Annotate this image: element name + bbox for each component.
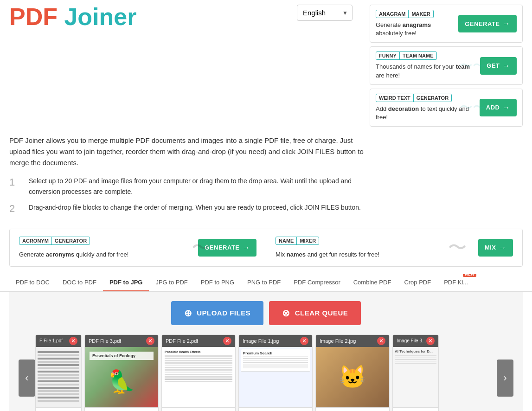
file-card-2-close-button[interactable]: ✕ [223,337,231,345]
file-card-4-close-button[interactable]: ✕ [377,337,385,345]
carousel-prev-button[interactable]: ‹ [19,360,35,397]
pdf-line [38,354,79,356]
tab-pdf-to-png[interactable]: PDF to PNG [194,274,241,291]
banner-ad-name-mixer: NAME MIXER Mix names and get fun results… [266,229,522,266]
pdf-line [38,397,79,398]
file-card-4-header: Image File 2.jpg ✕ [316,335,389,347]
arrow-icon: → [503,103,511,112]
language-selector-container: English Deutsch Español Français Русский… [297,5,353,21]
ad-funny-team-tag: FUNNY TEAM NAME [376,51,437,60]
upload-area: ⊕ UPLOAD FILES ⊗ CLEAR QUEUE ‹ F File 1.… [9,292,523,411]
pdf-line [38,361,79,363]
file-card-1-preview: Essentials of Ecology 🦜 [85,347,158,407]
ad-weird-text-tag: WEIRD TEXT GENERATOR [376,94,452,102]
ad-anagram-tag-part2: MAKER [408,10,433,18]
file-card-4: Image File 2.jpg ✕ 🐱 DOWNLOAD [315,334,390,411]
pdf-line [38,364,79,366]
pdf-line [38,380,79,382]
banner-acronym-tag-part2: GENERATOR [51,237,90,244]
file-card-4-name: Image File 2.jpg [320,338,356,344]
file-card-0-close-button[interactable]: ✕ [69,337,77,345]
description-text: PDF Joiner allows you to merge multiple … [9,135,365,168]
right-spacer [370,135,523,221]
main-content: PDF Joiner allows you to merge multiple … [9,135,370,221]
pdf-line [38,393,79,395]
banner-ad-acronym-deco: 〜 [192,229,210,266]
tab-doc-to-pdf[interactable]: DOC to PDF [56,274,103,291]
file-card-0-pdf-lines [36,349,81,405]
step-1: 1 Select up to 20 PDF and image files fr… [9,176,365,197]
file-card-2-preview: Possible Health Effects [162,347,235,407]
arrow-icon: → [243,244,250,252]
file-card-3-close-button[interactable]: ✕ [300,337,308,345]
upload-buttons: ⊕ UPLOAD FILES ⊗ CLEAR QUEUE [19,301,513,325]
step-2: 2 Drag-and-drop file blocks to change th… [9,202,365,216]
tab-pdf-to-doc[interactable]: PDF to DOC [9,274,56,291]
file-card-3-search-preview: Premium Search [241,349,310,372]
file-card-3: Image File 1.jpg ✕ Premium Search [238,334,313,411]
file-card-3-download-button[interactable]: DOWNLOAD [239,407,312,411]
arrow-icon: → [499,244,507,252]
logo-joiner: Joiner [64,3,136,30]
ad-weird-text: WEIRD TEXT GENERATOR Add decoration to t… [370,89,523,127]
right-ads-panel: ANAGRAM MAKER Generate anagrams absolute… [370,5,523,130]
tabs-bar: PDF to DOC DOC to PDF PDF to JPG JPG to … [0,274,532,292]
tab-png-to-pdf[interactable]: PNG to PDF [241,274,287,291]
ad-weird-text-tag-part2: GENERATOR [413,94,451,102]
tab-combine-pdf[interactable]: Combine PDF [347,274,398,291]
file-card-3-header: Image File 1.jpg ✕ [239,335,312,347]
file-card-1-name: PDF File 3.pdf [89,338,121,344]
file-card-1-close-button[interactable]: ✕ [146,337,154,345]
banner-ad-acronym-tag: ACRONYM GENERATOR [19,237,90,245]
pdf-line [38,377,79,379]
top-section: PDF Joiner allows you to merge multiple … [0,130,532,221]
pdf-line [38,390,79,392]
file-card-2-name: PDF File 2.pdf [166,338,198,344]
ad-funny-team-get-button[interactable]: GET → [480,57,517,75]
ad-weird-text-deco: 〜〜 [460,89,483,126]
ad-anagram-tag: ANAGRAM MAKER [376,10,434,18]
tab-pdf-kit[interactable]: PDF Ki... NEW [437,274,474,291]
ad-anagram-content: ANAGRAM MAKER Generate anagrams absolute… [376,10,458,38]
banner-ad-acronym: ACRONYM GENERATOR Generate acronyms quic… [10,229,266,266]
file-card-4-preview: 🐱 [316,347,389,407]
file-card-1-book-title: Essentials of Ecology [90,352,154,360]
file-card-2-header: PDF File 2.pdf ✕ [162,335,235,347]
upload-files-button[interactable]: ⊕ UPLOAD FILES [171,301,264,325]
banner-name-mixer-button[interactable]: MIX → [478,239,513,257]
file-card-5: Image File 3... ✕ AI Techniques for D...… [392,334,439,411]
new-badge: NEW [463,274,476,277]
tab-pdf-compressor[interactable]: PDF Compressor [287,274,346,291]
tab-jpg-to-pdf[interactable]: JPG to PDF [149,274,194,291]
file-card-5-download-button[interactable]: DOWNL... [393,407,438,411]
banner-acronym-tag-part1: ACRONYM [19,237,51,244]
banner-ad-acronym-content: ACRONYM GENERATOR Generate acronyms quic… [19,237,198,259]
pdf-line [38,400,79,402]
cat-icon: 🐱 [339,364,366,390]
file-card-0-download-button[interactable]: DOWNLOAD [36,407,81,411]
language-select[interactable]: English Deutsch Español Français Русский [297,5,353,21]
tab-crop-pdf[interactable]: Crop PDF [397,274,437,291]
file-card-4-download-button[interactable]: DOWNLOAD [316,407,389,411]
file-card-5-close-button[interactable]: ✕ [426,337,435,345]
banner-name-mixer-tag-part1: NAME [276,237,296,244]
file-card-2-text-preview: Possible Health Effects [165,350,232,383]
file-card-5-text-preview: AI Techniques for D... [395,349,436,364]
pdf-line [38,387,79,389]
tab-pdf-to-jpg[interactable]: PDF to JPG [103,274,149,291]
carousel-next-button[interactable]: › [497,360,513,397]
ad-anagram-maker: ANAGRAM MAKER Generate anagrams absolute… [370,5,523,43]
file-card-1-download-button[interactable]: DOWNLOAD [85,407,158,411]
clear-queue-button[interactable]: ⊗ CLEAR QUEUE [269,301,361,325]
file-card-2-download-button[interactable]: DOWNLOAD [162,407,235,411]
file-card-1-header: PDF File 3.pdf ✕ [85,335,158,347]
file-card-5-header: Image File 3... ✕ [393,335,438,347]
banner-ads: ACRONYM GENERATOR Generate acronyms quic… [9,229,523,267]
pdf-line [38,384,79,385]
pdf-line [38,358,79,360]
pdf-line [38,371,79,372]
ad-funny-team-deco: 〜〜 [460,47,483,84]
ad-anagram-deco: 〜〜 [460,5,483,42]
clear-icon: ⊗ [282,308,290,319]
ad-funny-team: FUNNY TEAM NAME Thousands of names for y… [370,46,523,84]
